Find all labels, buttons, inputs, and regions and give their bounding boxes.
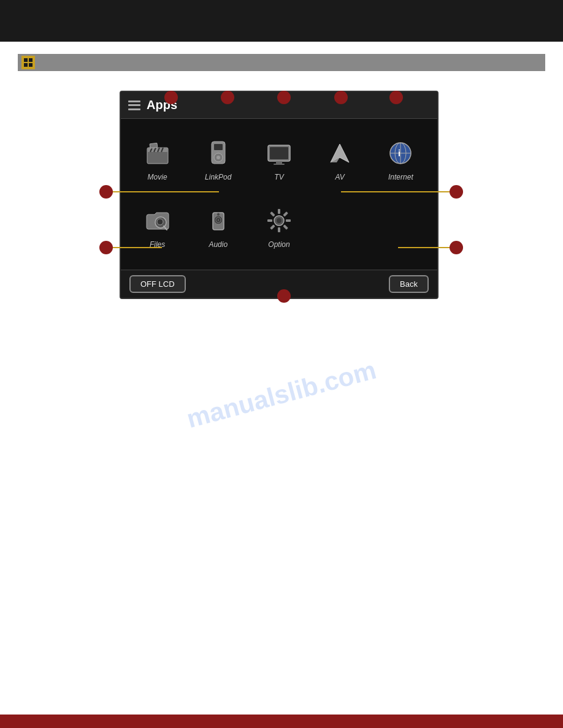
svg-rect-37 [270,224,275,229]
svg-rect-14 [274,164,285,165]
svg-rect-35 [283,224,288,229]
movie-icon [141,137,174,170]
app-internet[interactable]: i Internet [370,125,431,192]
offlcd-button[interactable]: OFF LCD [129,275,186,293]
dot-linkpod [221,91,234,104]
audio-icon [202,204,235,237]
app-av[interactable]: AV [310,125,370,192]
svg-marker-15 [331,144,349,162]
section-bar [18,54,545,71]
tv-label: TV [274,173,283,181]
linkpod-label: LinkPod [205,173,231,181]
dot-back-right [450,241,463,254]
files-icon [141,204,174,237]
dot-internet [389,91,403,104]
app-movie[interactable]: Movie [127,125,188,192]
svg-rect-13 [276,161,282,164]
dot-audio-bottom [277,289,291,303]
svg-text:i: i [398,148,400,158]
app-empty-2 [370,192,431,260]
dot-option-right [450,185,463,199]
svg-point-10 [216,156,220,159]
av-label: AV [335,173,345,181]
svg-rect-6 [150,143,158,148]
app-files[interactable]: Files [127,192,188,260]
movie-label: Movie [148,173,167,181]
app-tv[interactable]: TV [248,125,309,192]
option-icon [262,204,296,237]
anno-line-back [398,247,450,248]
svg-point-31 [277,218,282,223]
av-icon [323,137,356,170]
app-linkpod[interactable]: LinkPod [188,125,248,192]
tv-icon [262,137,296,170]
dot-tv [277,91,291,104]
dot-av [334,91,348,104]
dot-movie [164,91,178,104]
app-option[interactable]: Option [248,192,309,260]
svg-rect-12 [270,147,288,159]
top-header [0,0,563,42]
anno-line-offlcd [113,247,162,248]
dot-files-left [99,185,113,199]
anno-line-files [113,191,219,192]
internet-label: Internet [388,173,413,181]
svg-rect-39 [270,211,275,216]
internet-icon: i [384,137,417,170]
dot-offlcd-left [99,241,113,254]
svg-rect-38 [267,219,272,222]
back-button[interactable]: Back [389,275,429,293]
svg-rect-8 [214,144,223,150]
app-empty-1 [310,192,370,260]
bottom-bar [0,715,563,728]
section-icon [21,56,35,69]
anno-line-option [341,191,450,192]
svg-rect-36 [278,227,280,232]
svg-rect-32 [278,209,280,214]
linkpod-icon [202,137,235,170]
option-label: Option [268,240,289,249]
svg-rect-33 [283,211,288,216]
screen-container: Apps Movie [120,91,439,299]
svg-point-29 [216,213,220,216]
svg-rect-34 [286,219,291,222]
watermark: manualslib.com [183,355,379,434]
app-audio[interactable]: Audio [188,192,248,260]
audio-label: Audio [209,240,228,249]
apps-title-icon [128,100,140,110]
svg-point-23 [157,219,163,225]
svg-point-28 [217,219,219,221]
apps-grid: Movie LinkPod [121,119,437,266]
